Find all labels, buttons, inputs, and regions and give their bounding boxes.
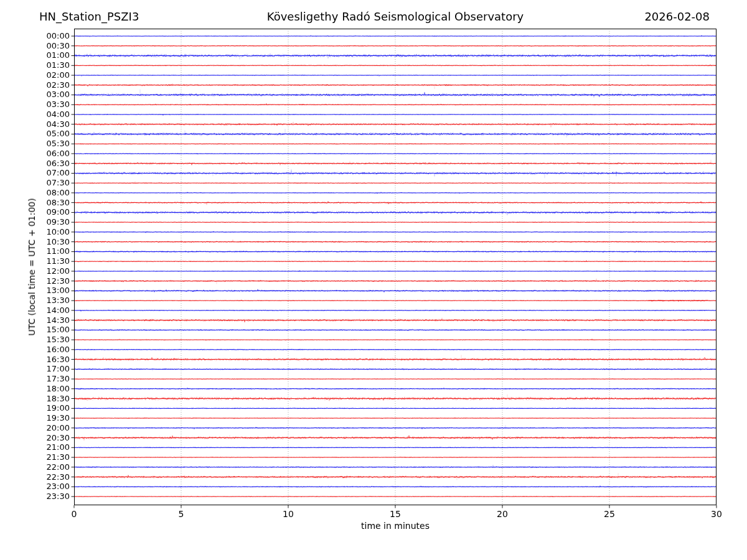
y-tick-label: 06:30 [39,159,70,168]
x-tick-label: 20 [497,509,508,519]
y-tick-label: 15:00 [39,325,70,334]
y-tick-label: 21:30 [39,453,70,462]
y-tick-label: 16:00 [39,345,70,354]
y-tick-label: 05:30 [39,139,70,148]
y-tick-label: 03:30 [39,100,70,109]
y-tick-label: 18:00 [39,385,70,393]
x-tick-label: 15 [390,509,401,519]
y-tick-label: 10:00 [39,228,70,236]
y-tick-label: 06:00 [39,149,70,158]
x-tick-label: 5 [179,509,184,519]
y-tick-label: 03:00 [39,90,70,99]
y-tick-label: 18:30 [39,394,70,403]
y-tick-label: 01:30 [39,61,70,70]
y-tick-label: 22:30 [39,473,70,482]
x-axis-label: time in minutes [361,521,430,531]
seismogram-traces-canvas [0,0,747,560]
y-tick-label: 02:00 [39,71,70,80]
y-tick-label: 19:30 [39,414,70,422]
x-tick-label: 0 [72,509,77,519]
y-tick-label: 09:00 [39,208,70,217]
y-tick-label: 00:30 [39,42,70,50]
y-tick-label: 13:30 [39,296,70,305]
y-tick-label: 15:30 [39,335,70,344]
y-tick-label: 19:00 [39,404,70,413]
y-tick-label: 12:00 [39,267,70,276]
y-tick-label: 20:30 [39,434,70,442]
y-tick-label: 22:00 [39,463,70,472]
y-tick-label: 21:00 [39,443,70,452]
y-tick-label: 13:00 [39,286,70,295]
observatory-title: Kövesligethy Radó Seismological Observat… [267,10,524,24]
y-tick-label: 23:00 [39,482,70,491]
y-axis-label: UTC (local time = UTC + 01:00) [27,198,37,335]
y-tick-label: 00:00 [39,32,70,40]
y-tick-label: 17:00 [39,365,70,373]
y-tick-label: 04:00 [39,110,70,119]
y-tick-label: 14:30 [39,316,70,325]
date-title: 2026-02-08 [644,10,710,24]
y-tick-label: 23:30 [39,492,70,501]
y-tick-label: 09:30 [39,218,70,226]
y-tick-label: 02:30 [39,81,70,90]
y-tick-label: 08:00 [39,189,70,197]
y-tick-label: 11:00 [39,247,70,256]
x-tick-label: 30 [711,509,722,519]
y-tick-label: 04:30 [39,120,70,129]
x-tick-label: 25 [604,509,615,519]
y-tick-label: 12:30 [39,277,70,286]
y-tick-label: 07:00 [39,169,70,177]
y-tick-label: 20:00 [39,424,70,432]
helicorder-figure: HN_Station_PSZI3 Kövesligethy Radó Seism… [0,0,747,560]
y-tick-label: 05:00 [39,129,70,138]
y-tick-label: 14:00 [39,306,70,315]
y-tick-label: 01:00 [39,51,70,60]
y-tick-label: 16:30 [39,355,70,364]
y-tick-label: 07:30 [39,179,70,187]
y-tick-label: 08:30 [39,198,70,207]
y-tick-label: 11:30 [39,257,70,266]
x-tick-label: 10 [283,509,294,519]
station-title: HN_Station_PSZI3 [39,10,139,24]
y-tick-label: 17:30 [39,375,70,383]
y-tick-label: 10:30 [39,238,70,246]
